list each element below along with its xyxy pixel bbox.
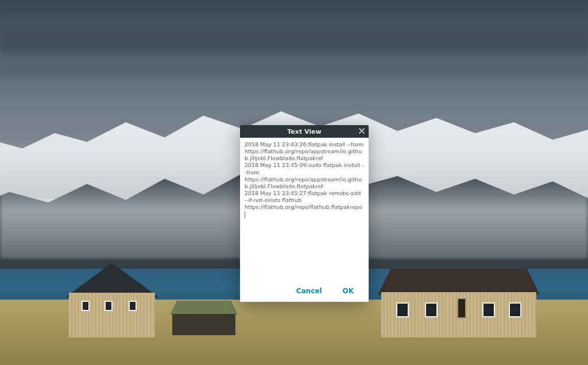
shed [172, 301, 235, 335]
house-wall [69, 293, 155, 337]
dialog-button-row: Cancel OK [240, 280, 369, 302]
house-window [105, 301, 113, 311]
house-roof [65, 263, 158, 297]
house-wall [381, 292, 536, 337]
house-window [129, 301, 137, 311]
sky-cloud [0, 14, 588, 26]
shed-roof [170, 301, 238, 314]
cancel-button[interactable]: Cancel [294, 284, 324, 298]
sky-cloud [0, 60, 588, 77]
house-left [69, 263, 155, 337]
house-right [381, 269, 536, 337]
titlebar[interactable]: Text View [240, 125, 369, 138]
house-window [82, 301, 90, 311]
close-button[interactable] [357, 127, 366, 136]
house-window [425, 302, 438, 317]
house-window [396, 302, 409, 317]
text-view-area[interactable]: 2018 May 11 23:43:26:flatpak install --f… [240, 138, 369, 280]
sky-cloud [0, 33, 588, 53]
dialog-title: Text View [287, 128, 321, 135]
house-window [482, 302, 495, 317]
text-view-dialog[interactable]: Text View 2018 May 11 23:43:26:flatpak i… [240, 125, 369, 302]
text-caret [245, 212, 245, 218]
ok-button[interactable]: OK [341, 284, 357, 298]
house-window [509, 302, 521, 317]
shed-wall [172, 314, 235, 335]
text-view-content: 2018 May 11 23:43:26:flatpak install --f… [245, 141, 365, 210]
house-roof [378, 269, 540, 295]
house-door [457, 298, 466, 319]
desktop-wallpaper: Text View 2018 May 11 23:43:26:flatpak i… [0, 0, 588, 365]
close-icon [359, 128, 365, 135]
